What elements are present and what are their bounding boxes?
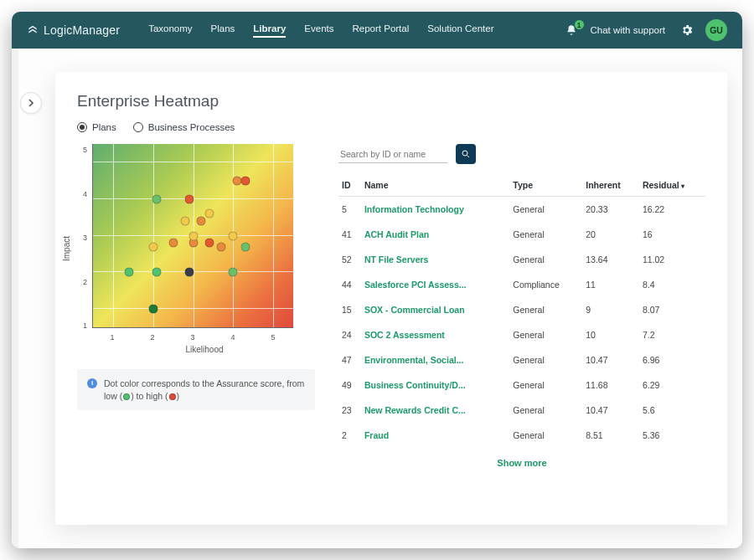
nav-taxonomy[interactable]: Taxonomy [148, 23, 192, 38]
heatmap-dot[interactable] [240, 176, 250, 185]
heatmap-dot[interactable] [240, 242, 250, 251]
sort-desc-icon: ▾ [681, 182, 684, 190]
svg-point-0 [462, 151, 467, 156]
chat-support-link[interactable]: Chat with support [591, 25, 666, 35]
expand-sidebar-button[interactable] [20, 92, 42, 114]
heatmap-dot[interactable] [168, 239, 178, 248]
nav-plans[interactable]: Plans [211, 23, 235, 38]
plan-link[interactable]: ACH Audit Plan [361, 222, 509, 247]
page-title: Enterprise Heatmap [77, 92, 705, 110]
brand: LogicManager [27, 23, 120, 37]
filter-radios: Plans Business Processes [77, 122, 705, 132]
plan-link[interactable]: Information Technology [361, 197, 509, 223]
heatmap-dot[interactable] [197, 216, 206, 225]
main-card: Enterprise Heatmap Plans Business Proces… [55, 72, 727, 525]
notifications-button[interactable]: 1 [566, 23, 579, 37]
heatmap-chart: Impact 54321 12345 Likelihood [77, 144, 315, 354]
plan-link[interactable]: NT File Servers [361, 247, 509, 272]
plan-link[interactable]: Environmental, Social... [361, 347, 509, 372]
nav-report-portal[interactable]: Report Portal [353, 23, 410, 38]
table-row: 24SOC 2 AssessmentGeneral107.2 [338, 322, 705, 347]
table-row: 47Environmental, Social...General10.476.… [338, 347, 705, 372]
brand-text: LogicManager [44, 23, 120, 37]
heatmap-dot[interactable] [188, 231, 198, 240]
heatmap-dot[interactable] [216, 242, 225, 251]
nav-solution-center[interactable]: Solution Center [427, 23, 493, 38]
heatmap-dot[interactable] [184, 194, 194, 203]
plan-link[interactable]: SOX - Commercial Loan [361, 297, 509, 322]
y-axis-ticks: 54321 [77, 146, 92, 330]
col-name[interactable]: Name [361, 174, 509, 197]
heatmap-dot[interactable] [152, 268, 162, 277]
plan-link[interactable]: Salesforce PCI Assess... [361, 272, 509, 297]
search-input[interactable] [338, 146, 447, 163]
col-inherent[interactable]: Inherent [582, 174, 639, 197]
search-button[interactable] [456, 144, 476, 164]
heatmap-dot[interactable] [148, 242, 158, 251]
y-axis-label: Impact [62, 236, 71, 261]
col-id[interactable]: ID [338, 174, 361, 197]
col-type[interactable]: Type [509, 174, 582, 197]
settings-button[interactable] [680, 23, 694, 37]
x-axis-label: Likelihood [104, 345, 305, 354]
gear-icon [680, 23, 694, 37]
plan-link[interactable]: Fraud [361, 423, 509, 448]
legend-panel: i Dot color corresponds to the Assurance… [77, 369, 315, 410]
filter-plans[interactable]: Plans [77, 122, 116, 132]
filter-business-processes[interactable]: Business Processes [133, 122, 235, 132]
x-axis-ticks: 12345 [92, 333, 293, 342]
table-row: 23New Rewards Credit C...General10.475.6 [338, 398, 705, 423]
table-row: 15SOX - Commercial LoanGeneral98.07 [338, 297, 705, 322]
show-more-button[interactable]: Show more [338, 448, 705, 471]
table-row: 52NT File ServersGeneral13.6411.02 [338, 247, 705, 272]
nav-library[interactable]: Library [253, 23, 286, 38]
notification-badge: 1 [574, 19, 585, 30]
heatmap-dot[interactable] [204, 209, 214, 218]
results-table: ID Name Type Inherent Residual▾ 5Informa… [338, 174, 705, 448]
table-row: 2FraudGeneral8.515.36 [338, 423, 705, 448]
chevron-right-icon [28, 99, 34, 107]
table-row: 41ACH Audit PlanGeneral2016 [338, 222, 705, 247]
brand-icon [27, 24, 39, 36]
avatar[interactable]: GU [705, 19, 727, 41]
heatmap-dot[interactable] [229, 268, 238, 277]
info-icon: i [87, 378, 97, 388]
heatmap-dot[interactable] [204, 239, 214, 248]
table-row: 5Information TechnologyGeneral20.3316.22 [338, 197, 705, 223]
top-bar: LogicManager Taxonomy Plans Library Even… [12, 12, 742, 49]
plan-link[interactable]: New Rewards Credit C... [361, 398, 509, 423]
table-row: 49Business Continuity/D...General11.686.… [338, 372, 705, 398]
plan-link[interactable]: SOC 2 Assessment [361, 322, 509, 347]
heatmap-dot[interactable] [125, 268, 134, 277]
search-icon [461, 149, 471, 159]
plan-link[interactable]: Business Continuity/D... [361, 372, 509, 398]
heatmap-dot[interactable] [229, 231, 238, 240]
heatmap-plot[interactable] [92, 144, 293, 328]
heatmap-dot[interactable] [184, 268, 194, 277]
col-residual[interactable]: Residual▾ [639, 174, 705, 197]
nav-events[interactable]: Events [304, 23, 333, 38]
heatmap-dot[interactable] [148, 305, 158, 314]
table-row: 44Salesforce PCI Assess...Compliance118.… [338, 272, 705, 297]
heatmap-dot[interactable] [180, 216, 189, 225]
side-rail [12, 49, 18, 548]
heatmap-dot[interactable] [152, 194, 162, 203]
main-nav: Taxonomy Plans Library Events Report Por… [148, 23, 493, 38]
